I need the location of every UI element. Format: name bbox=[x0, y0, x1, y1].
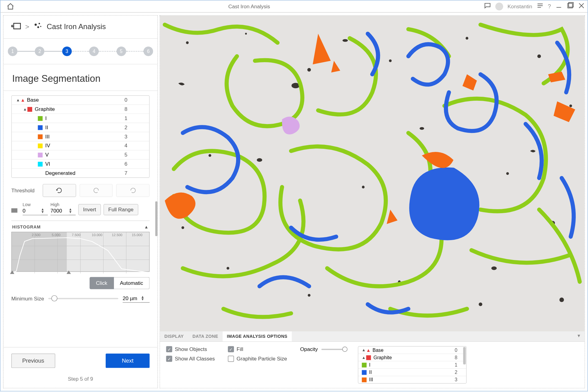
back-icon[interactable] bbox=[11, 23, 21, 31]
histogram-handle-high[interactable] bbox=[66, 270, 71, 274]
user-name: Konstantin bbox=[507, 3, 532, 9]
svg-point-37 bbox=[491, 266, 497, 270]
check-show-all-classes[interactable]: ✓Show All Classes bbox=[166, 356, 215, 362]
tree-row[interactable]: I1 bbox=[358, 361, 466, 369]
color-swatch bbox=[38, 162, 43, 167]
mode-toggle: Click Automatic bbox=[11, 277, 150, 289]
opacity-label: Opacity bbox=[300, 346, 318, 352]
step-4[interactable]: 4 bbox=[89, 47, 99, 56]
stepper: 1 2 3 4 5 6 bbox=[3, 39, 157, 64]
scrollbar[interactable] bbox=[155, 201, 157, 236]
svg-point-17 bbox=[307, 68, 311, 72]
color-swatch bbox=[366, 355, 371, 360]
low-input[interactable]: ▲▼ bbox=[23, 207, 48, 215]
high-input[interactable]: ▲▼ bbox=[51, 207, 76, 215]
class-tree: ▲ ▲ Base 0 ▲ Graphite 8 I1II2III3IV4V5VI… bbox=[11, 95, 150, 178]
home-icon[interactable] bbox=[6, 2, 14, 10]
invert-button[interactable]: Invert bbox=[78, 204, 101, 215]
tree-row-graphite[interactable]: ▲ Graphite 8 bbox=[358, 354, 466, 361]
color-swatch bbox=[362, 363, 367, 368]
threshold-label: Threshold bbox=[11, 187, 39, 194]
step-6[interactable]: 6 bbox=[144, 47, 153, 56]
next-button[interactable]: Next bbox=[106, 353, 149, 368]
tree-row[interactable]: III3 bbox=[12, 132, 149, 141]
menu-icon[interactable] bbox=[537, 2, 544, 10]
tree-row-graphite[interactable]: ▲ Graphite 8 bbox=[12, 105, 149, 114]
step-1[interactable]: 1 bbox=[8, 47, 17, 56]
comment-icon[interactable] bbox=[484, 2, 491, 10]
tree-row[interactable]: III3 bbox=[358, 376, 466, 383]
tab-data-zone[interactable]: DATA ZONE bbox=[188, 331, 222, 341]
tree-row[interactable]: VI6 bbox=[12, 160, 149, 169]
help-icon[interactable]: ? bbox=[548, 3, 551, 9]
minimize-icon[interactable] bbox=[555, 2, 562, 10]
color-swatch bbox=[362, 377, 367, 382]
slider-thumb[interactable] bbox=[342, 346, 347, 352]
avatar[interactable] bbox=[495, 2, 503, 10]
tree-row-base[interactable]: ▲ ▲ Base 0 bbox=[358, 347, 466, 354]
tree-row[interactable]: V5 bbox=[12, 150, 149, 160]
histogram-title: HISTOGRAM bbox=[12, 224, 41, 229]
svg-point-25 bbox=[362, 186, 365, 188]
chevron-up-icon: ▲ bbox=[362, 355, 366, 360]
tab-image-analysis-options[interactable]: IMAGE ANALYSIS OPTIONS bbox=[223, 331, 292, 341]
chevron-down-icon[interactable]: ▼ bbox=[573, 331, 585, 341]
tree-row[interactable]: I1 bbox=[12, 114, 149, 123]
checkbox-icon: ✓ bbox=[166, 346, 172, 352]
tree-row-base[interactable]: ▲ ▲ Base 0 bbox=[12, 96, 149, 105]
histogram-handle-low[interactable] bbox=[10, 270, 14, 274]
step-2[interactable]: 2 bbox=[35, 47, 44, 56]
histogram-header[interactable]: HISTOGRAM ▲ bbox=[11, 221, 150, 232]
svg-point-23 bbox=[209, 154, 211, 157]
step-5[interactable]: 5 bbox=[116, 47, 126, 56]
min-size-slider[interactable] bbox=[48, 298, 118, 299]
full-range-button[interactable]: Full Range bbox=[104, 204, 138, 215]
bottom-panel: ✓Show Objects ✓Show All Classes ✓Fill Gr… bbox=[160, 342, 585, 388]
mode-click[interactable]: Click bbox=[89, 277, 114, 289]
previous-button[interactable]: Previous bbox=[11, 353, 55, 368]
window-title: Cast Iron Analysis bbox=[14, 3, 484, 9]
svg-point-3 bbox=[35, 24, 37, 26]
tree-row[interactable]: II2 bbox=[358, 369, 466, 376]
check-fill[interactable]: ✓Fill bbox=[228, 346, 287, 352]
tab-display[interactable]: DISPLAY bbox=[160, 331, 188, 341]
titlebar: Cast Iron Analysis Konstantin ? bbox=[0, 0, 587, 13]
step-3[interactable]: 3 bbox=[62, 47, 72, 56]
threshold-reset-button[interactable] bbox=[116, 184, 150, 197]
svg-point-16 bbox=[245, 33, 247, 35]
checkbox-icon: ✓ bbox=[228, 346, 234, 352]
tree-row[interactable]: Degenerated7 bbox=[12, 169, 149, 177]
color-swatch bbox=[38, 125, 43, 130]
threshold-redo-button[interactable] bbox=[79, 184, 113, 197]
tree-row[interactable]: IV4 bbox=[12, 141, 149, 151]
content-area: DISPLAY DATA ZONE IMAGE ANALYSIS OPTIONS… bbox=[160, 15, 585, 388]
close-icon[interactable] bbox=[578, 2, 585, 10]
svg-point-29 bbox=[227, 267, 229, 270]
svg-point-19 bbox=[389, 59, 392, 62]
histogram[interactable]: 2.500 5.000 7.500 10.000 12.500 15.000 bbox=[11, 232, 150, 272]
color-swatch bbox=[38, 153, 43, 157]
color-swatch bbox=[38, 143, 43, 148]
microscopy-image[interactable] bbox=[160, 16, 585, 331]
color-swatch bbox=[38, 134, 43, 139]
min-size-label: Minimum Size bbox=[11, 296, 44, 302]
maximize-icon[interactable] bbox=[567, 2, 574, 10]
mini-class-tree: ▲ ▲ Base 0 ▲ Graphite 8 I1II2III3IV4 bbox=[358, 346, 466, 383]
opacity-slider[interactable] bbox=[321, 349, 345, 350]
step-counter: Step 5 of 9 bbox=[11, 376, 150, 382]
svg-point-33 bbox=[560, 298, 564, 302]
scrollbar[interactable] bbox=[463, 347, 466, 364]
check-show-objects[interactable]: ✓Show Objects bbox=[166, 346, 215, 352]
mode-automatic[interactable]: Automatic bbox=[114, 277, 150, 289]
check-graphite-particle-size[interactable]: Graphite Particle Size bbox=[228, 356, 287, 362]
slider-thumb[interactable] bbox=[51, 295, 57, 301]
svg-point-35 bbox=[342, 39, 348, 42]
threshold-row: Threshold bbox=[11, 184, 150, 197]
svg-rect-2 bbox=[14, 23, 21, 29]
svg-point-15 bbox=[186, 41, 189, 44]
min-size-input[interactable]: ▲▼ bbox=[123, 294, 149, 303]
svg-point-21 bbox=[537, 55, 541, 58]
tree-row[interactable]: II2 bbox=[12, 123, 149, 132]
color-swatch bbox=[38, 116, 43, 121]
threshold-undo-button[interactable] bbox=[43, 184, 76, 197]
